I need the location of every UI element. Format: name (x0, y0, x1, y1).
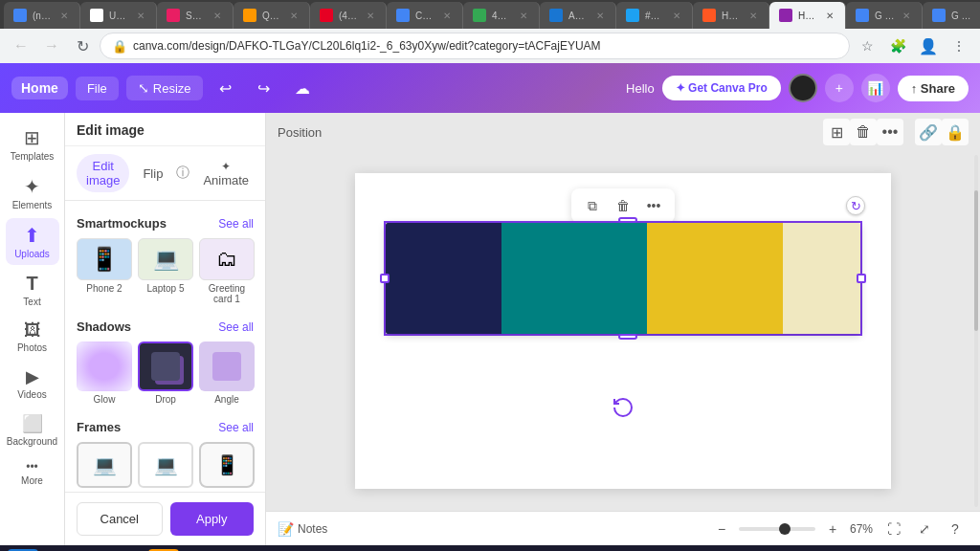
zoom-slider[interactable] (739, 527, 815, 531)
tab-9[interactable]: #we...✕ (616, 2, 693, 29)
delete-image-button[interactable]: 🗑 (610, 192, 636, 219)
get-pro-button[interactable]: ✦ Get Canva Pro (662, 76, 781, 100)
home-button[interactable]: Home (11, 77, 68, 99)
delete-canvas-button[interactable]: 🗑 (850, 119, 877, 145)
grid-view-button[interactable]: ⊞ (823, 119, 850, 145)
tab-4[interactable]: Quo...✕ (234, 2, 310, 29)
handle-top-center[interactable] (618, 217, 637, 223)
zoom-level-text: 67% (850, 522, 873, 536)
back-button[interactable]: ← (8, 33, 34, 59)
sidebar-item-background[interactable]: ⬜ Background (6, 408, 59, 452)
apply-button[interactable]: Apply (170, 502, 255, 536)
tab-10[interactable]: Hon...✕ (693, 2, 769, 29)
handle-bot-center[interactable] (618, 334, 637, 340)
tab-2[interactable]: Unti...✕ (80, 2, 157, 29)
sidebar-item-photos[interactable]: 🖼 Photos (6, 315, 59, 359)
templates-icon: ⊞ (24, 126, 40, 149)
canvas-content[interactable]: ⧉ 🗑 ••• ↻ (266, 151, 980, 511)
notes-button[interactable]: 📝 Notes (278, 521, 327, 537)
frame-laptop[interactable]: 💻 Laptop (77, 442, 132, 492)
sidebar-item-templates[interactable]: ⊞ Templates (6, 121, 59, 167)
save-cloud-button[interactable]: ☁ (287, 73, 318, 103)
extensions-button[interactable]: 🧩 (884, 33, 911, 59)
shadow-drop-inner (151, 352, 180, 381)
position-label: Position (278, 125, 322, 140)
uploads-label: Uploads (14, 249, 50, 259)
tab-5[interactable]: (46)...✕ (310, 2, 387, 29)
reload-button[interactable]: ↻ (69, 33, 96, 59)
browser-controls: ← → ↻ 🔒 canva.com/design/DAFKO-TLGaY/CL2… (0, 29, 980, 63)
expand-button[interactable]: ⤢ (911, 516, 938, 542)
address-bar[interactable]: 🔒 canva.com/design/DAFKO-TLGaY/CL20L6lq1… (100, 33, 850, 59)
frame-phone[interactable]: 📱 Phone (199, 442, 255, 492)
menu-button[interactable]: ⋮ (946, 33, 972, 59)
undo-button[interactable]: ↩ (211, 73, 241, 103)
sidebar-item-videos[interactable]: ▶ Videos (6, 361, 59, 406)
scroll-thumb[interactable] (974, 190, 978, 331)
zoom-controls: − + 67% (710, 518, 873, 540)
tab-3[interactable]: Sho...✕ (157, 2, 234, 29)
mockup-phone2[interactable]: 📱 Phone 2 (77, 238, 132, 304)
shadow-drop[interactable]: Drop (138, 342, 193, 405)
sidebar-item-more[interactable]: ••• More (6, 454, 59, 492)
shadow-glow[interactable]: Glow (77, 342, 132, 405)
tab-8[interactable]: An ir...✕ (540, 2, 616, 29)
canva-app: Home File ⤡ Resize ↩ ↪ ☁ Hello ✦ Get Can… (0, 63, 980, 545)
tab-13[interactable]: G resi...✕ (923, 2, 980, 29)
text-label: Text (23, 297, 40, 307)
bottom-bar: 📝 Notes − + 67% ⛶ ⤢ ? (266, 511, 980, 545)
mockup-laptop5[interactable]: 💻 Laptop 5 (138, 238, 193, 304)
file-menu-button[interactable]: File (76, 77, 119, 100)
shadows-see-all[interactable]: See all (218, 320, 254, 334)
smartmockups-see-all[interactable]: See all (218, 217, 254, 231)
user-avatar[interactable] (789, 74, 817, 102)
zoom-thumb[interactable] (779, 523, 791, 535)
copy-image-button[interactable]: ⧉ (579, 192, 606, 219)
tab-1[interactable]: (no...✕ (4, 2, 80, 29)
color-block-yellow (647, 223, 783, 334)
shadow-angle[interactable]: Angle (199, 342, 255, 405)
resize-button[interactable]: ⤡ Resize (126, 76, 203, 100)
zoom-out-button[interactable]: − (710, 518, 733, 540)
handle-mid-right[interactable] (857, 274, 866, 283)
bookmark-button[interactable]: ☆ (854, 33, 880, 59)
sidebar-item-uploads[interactable]: ⬆ Uploads (6, 218, 59, 265)
tab-6[interactable]: Coll...✕ (387, 2, 463, 29)
link-button[interactable]: 🔗 (915, 119, 942, 145)
profile-button[interactable]: 👤 (915, 33, 942, 59)
sidebar-item-elements[interactable]: ✦ Elements (6, 169, 59, 216)
tab-11[interactable]: Heli...✕ (769, 2, 846, 29)
handle-mid-left[interactable] (380, 274, 390, 283)
analytics-button[interactable]: 📊 (861, 74, 890, 102)
tab-12[interactable]: G jou...✕ (846, 2, 923, 29)
lock-button[interactable]: 🔒 (942, 119, 969, 145)
cancel-button[interactable]: Cancel (77, 502, 163, 536)
frames-see-all[interactable]: See all (218, 421, 254, 434)
sidebar-item-text[interactable]: T Text (6, 267, 59, 313)
tab-edit-image[interactable]: Edit image (77, 154, 129, 192)
rotate-handle[interactable]: ↻ (846, 196, 865, 215)
smartmockups-grid: 📱 Phone 2 💻 Laptop 5 🗂 G (77, 238, 254, 304)
photos-label: Photos (17, 342, 47, 353)
zoom-in-button[interactable]: + (821, 518, 844, 540)
canvas-scrollbar[interactable] (972, 151, 980, 511)
share-button[interactable]: ↑ Share (898, 76, 969, 101)
rotate-icon-below[interactable] (612, 396, 635, 422)
plus-button[interactable]: + (825, 74, 854, 102)
help-button[interactable]: ? (942, 516, 969, 542)
canvas-area: Position ⊞ 🗑 ••• 🔗 🔒 ⧉ 🗑 ••• (266, 113, 980, 545)
selected-image[interactable]: ↻ (384, 221, 862, 336)
frame-laptop-white[interactable]: 💻 Laptop White (138, 442, 193, 492)
tab-7[interactable]: 40 N...✕ (463, 2, 540, 29)
info-button[interactable]: ⓘ (176, 164, 189, 183)
tab-flip[interactable]: Flip (133, 162, 172, 186)
fullscreen-button[interactable]: ⛶ (880, 516, 907, 542)
tab-animate[interactable]: ✦ Animate (193, 154, 258, 192)
shadow-drop-label: Drop (155, 394, 176, 405)
redo-button[interactable]: ↪ (249, 73, 279, 103)
forward-button[interactable]: → (38, 33, 65, 59)
photos-icon: 🖼 (24, 320, 41, 341)
mockup-card1[interactable]: 🗂 Greeting card 1 (199, 238, 255, 304)
more-image-options-button[interactable]: ••• (640, 192, 667, 219)
more-options-button[interactable]: ••• (877, 119, 903, 145)
